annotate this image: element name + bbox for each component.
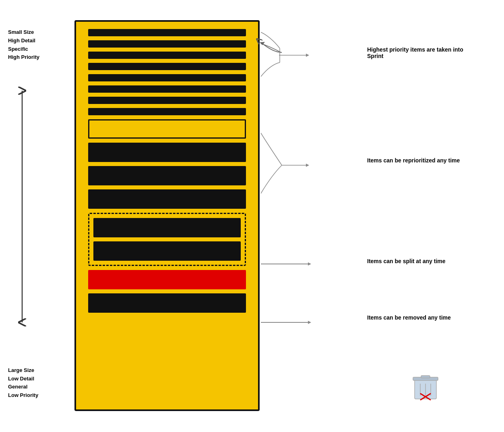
backlog-item-1[interactable] — [88, 29, 246, 36]
backlog-item-9[interactable] — [88, 143, 246, 162]
trash-icon — [411, 372, 440, 404]
backlog-item-3[interactable] — [88, 52, 246, 59]
svg-rect-13 — [421, 376, 430, 378]
annotation-sprint: Highest priority items are taken into Sp… — [367, 46, 472, 59]
backlog-item-split-1[interactable] — [93, 218, 241, 237]
backlog-item-6[interactable] — [88, 85, 246, 93]
backlog-item-4[interactable] — [88, 63, 246, 70]
backlog-item-11[interactable] — [88, 189, 246, 209]
label-small-size: Small Size — [8, 28, 39, 37]
label-low-detail: Low Detail — [8, 375, 38, 383]
annotation-split: Items can be split at any time — [367, 258, 472, 264]
svg-marker-1 — [260, 42, 265, 45]
label-low-priority: Low Priority — [8, 391, 38, 400]
label-specific: Specific — [8, 45, 39, 54]
left-bottom-labels: Large Size Low Detail General Low Priori… — [8, 366, 38, 400]
dashed-split-group — [88, 213, 246, 266]
svg-marker-8 — [308, 262, 311, 266]
backlog-item-sprint-candidate[interactable] — [88, 119, 246, 139]
backlog-item-8[interactable] — [88, 108, 246, 115]
backlog-item-5[interactable] — [88, 74, 246, 81]
annotation-remove: Items can be removed any time — [367, 314, 472, 321]
label-high-priority: High Priority — [8, 53, 39, 62]
backlog-item-2[interactable] — [88, 40, 246, 48]
label-high-detail: High Detail — [8, 37, 39, 45]
label-general: General — [8, 383, 38, 391]
backlog-item-7[interactable] — [88, 97, 246, 104]
annotation-reprioritize: Items can be reprioritized any time — [367, 157, 472, 164]
backlog-item-split-2[interactable] — [93, 241, 241, 261]
backlog-item-removable[interactable] — [88, 270, 246, 289]
backlog-item-10[interactable] — [88, 166, 246, 185]
label-large-size: Large Size — [8, 366, 38, 375]
backlog-item-12[interactable] — [88, 293, 246, 313]
svg-marker-6 — [306, 164, 309, 167]
page-container: Small Size High Detail Specific High Pri… — [0, 0, 504, 432]
svg-marker-4 — [306, 54, 309, 57]
backlog-container — [74, 20, 260, 411]
left-top-labels: Small Size High Detail Specific High Pri… — [8, 28, 39, 62]
svg-marker-10 — [308, 321, 311, 324]
